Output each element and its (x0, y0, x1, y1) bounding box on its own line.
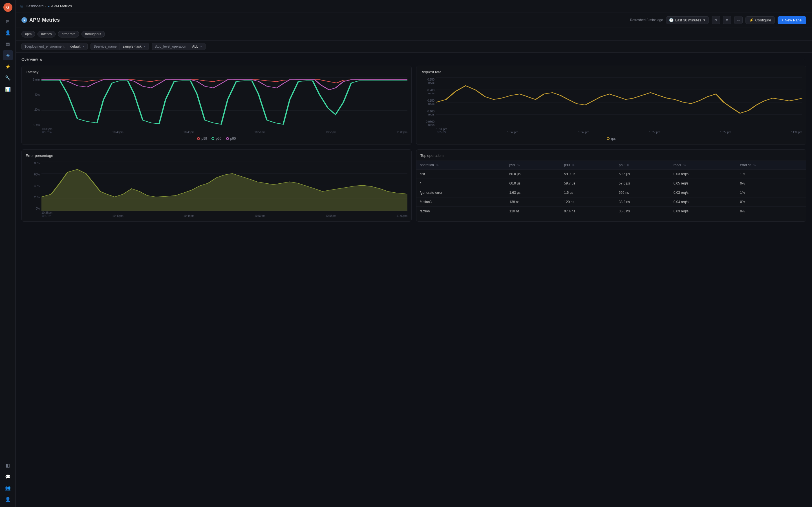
cell-p50: 556 ns (615, 188, 670, 198)
cell-p99: 1.63 μs (506, 188, 560, 198)
latency-x-axis: 10:35pm8/27/24 10:40pm 10:45pm 10:50pm 1… (42, 127, 407, 134)
sidebar-icon-account[interactable]: 👤 (3, 494, 13, 504)
page-header: ● APM Metrics Refreshed 3 mins ago 🕐 Las… (16, 12, 812, 28)
table-row[interactable]: /action 110 ns 97.4 ns 35.6 ns 0.03 req/… (416, 207, 806, 216)
error-chart-panel: Error percentage 80% 60% 40% 20% 0% (21, 149, 412, 222)
cell-operation: /list (416, 170, 506, 179)
sidebar-icon-list[interactable]: ▤ (3, 39, 13, 49)
configure-button[interactable]: ⚡ Configure (746, 16, 775, 24)
breadcrumb-parent[interactable]: Dashboard (26, 4, 44, 8)
cell-p90: 120 ns (561, 198, 615, 207)
cell-error: 1% (737, 188, 806, 198)
table-row[interactable]: / 60.0 μs 59.7 μs 57.6 μs 0.05 req/s 0% (416, 179, 806, 188)
cell-error: 1% (737, 170, 806, 179)
legend-p50: p50 (211, 136, 221, 140)
overview-header: Overview ∧ ··· (21, 57, 806, 62)
cell-operation: /action (416, 207, 506, 216)
page-title-icon: ● (21, 17, 27, 23)
cell-p99: 60.0 μs (506, 170, 560, 179)
cell-operation: /action3 (416, 198, 506, 207)
tags-row: apm latency error rate throughput (16, 28, 812, 41)
collapse-icon[interactable]: ∧ (40, 57, 42, 62)
tag-error-rate[interactable]: error rate (58, 31, 79, 38)
top-operations-panel: Top operations operation ⇅ p99 ⇅ p90 ⇅ p… (416, 149, 806, 222)
top-operations-title: Top operations (416, 150, 806, 161)
chevron-down-icon: ▼ (200, 45, 202, 48)
top-navigation: ⊞ Dashboard / ● APM Metrics (16, 0, 812, 12)
clock-icon: 🕐 (669, 18, 673, 22)
cell-p50: 35.6 ns (615, 207, 670, 216)
sidebar-icon-alerts[interactable]: ⚡ (3, 61, 13, 71)
request-rate-chart-area (436, 77, 802, 127)
latency-legend: p99 p50 p90 (26, 136, 407, 140)
overview-more-button[interactable]: ··· (803, 57, 806, 62)
nav-grid-icon: ⊞ (20, 4, 23, 8)
cell-p90: 59.9 μs (561, 170, 615, 179)
sidebar-icon-chat[interactable]: 💬 (3, 471, 13, 482)
sidebar-icon-settings-gear[interactable]: 🔧 (3, 73, 13, 83)
breadcrumb-separator: / (45, 4, 47, 8)
sidebar-icon-home[interactable]: ⊞ (3, 16, 13, 26)
sidebar-icon-layers[interactable]: ◧ (3, 460, 13, 470)
refresh-button[interactable]: ↻ (712, 16, 720, 24)
tag-latency[interactable]: latency (38, 31, 56, 38)
filter-service-value[interactable]: sample-flask ▼ (120, 43, 149, 50)
app-logo[interactable]: G (3, 3, 12, 12)
configure-icon: ⚡ (749, 18, 754, 22)
tag-throughput[interactable]: throughput (82, 31, 105, 38)
legend-p99: p99 (197, 136, 207, 140)
col-reqs[interactable]: req/s ⇅ (670, 161, 737, 170)
filter-operation[interactable]: $top_level_operation ALL ▼ (152, 43, 206, 50)
cell-operation: / (416, 179, 506, 188)
cell-error: 0% (737, 198, 806, 207)
request-rate-chart-container: 0.250 req/s 0.200 req/s 0.150 req/s 0.10… (420, 77, 802, 134)
more-options-button[interactable]: ··· (734, 16, 743, 24)
expand-button[interactable]: ▼ (723, 16, 731, 24)
request-rate-chart-panel: Request rate 0.250 req/s 0.200 req/s 0.1… (416, 66, 806, 145)
sidebar-icon-chart[interactable]: 📊 (3, 84, 13, 94)
latency-chart-area (42, 77, 407, 127)
filter-deployment[interactable]: $deployment_environment default ▼ (21, 43, 88, 50)
col-operation[interactable]: operation ⇅ (416, 161, 506, 170)
error-x-axis: 10:35pm8/27/24 10:40pm 10:45pm 10:50pm 1… (42, 211, 407, 217)
request-rate-y-axis: 0.250 req/s 0.200 req/s 0.150 req/s 0.10… (420, 77, 436, 127)
legend-p90: p90 (226, 136, 236, 140)
breadcrumb-current: ● APM Metrics (48, 4, 72, 8)
latency-chart-container: 1 min 40 s 20 s 0 ms (26, 77, 407, 134)
error-chart-title: Error percentage (26, 154, 407, 158)
refresh-status: Refreshed 3 mins ago (630, 18, 663, 22)
chevron-down-icon: ▼ (82, 45, 85, 48)
sidebar-icon-dashboard[interactable]: ◈ (3, 50, 13, 60)
error-y-axis: 80% 60% 40% 20% 0% (26, 161, 42, 211)
cell-p50: 57.6 μs (615, 179, 670, 188)
time-range-selector[interactable]: 🕐 Last 30 minutes ▼ (666, 16, 709, 24)
col-p99[interactable]: p99 ⇅ (506, 161, 560, 170)
breadcrumb: Dashboard / ● APM Metrics (26, 4, 72, 8)
sidebar-icon-users[interactable]: 👤 (3, 27, 13, 38)
request-rate-legend: rps (420, 136, 802, 140)
overview-title: Overview ∧ (21, 57, 42, 62)
col-error[interactable]: error % ⇅ (737, 161, 806, 170)
legend-p50-dot (211, 137, 214, 140)
cell-p90: 97.4 ns (561, 207, 615, 216)
bottom-grid: Error percentage 80% 60% 40% 20% 0% (21, 149, 806, 222)
table-row[interactable]: /list 60.0 μs 59.9 μs 59.5 μs 0.03 req/s… (416, 170, 806, 179)
cell-operation: /generate-error (416, 188, 506, 198)
filter-service-key: $service_name (91, 43, 119, 50)
filter-deployment-value[interactable]: default ▼ (67, 43, 87, 50)
filter-service[interactable]: $service_name sample-flask ▼ (91, 43, 149, 50)
sidebar-icon-team[interactable]: 👥 (3, 483, 13, 493)
tag-apm[interactable]: apm (21, 31, 35, 38)
table-row[interactable]: /action3 138 ns 120 ns 38.2 ns 0.04 req/… (416, 198, 806, 207)
error-chart-container: 80% 60% 40% 20% 0% (26, 161, 407, 217)
col-p90[interactable]: p90 ⇅ (561, 161, 615, 170)
legend-p99-dot (197, 137, 200, 140)
request-rate-svg (436, 77, 802, 127)
filter-operation-value[interactable]: ALL ▼ (189, 43, 205, 50)
col-p50[interactable]: p50 ⇅ (615, 161, 670, 170)
table-row[interactable]: /generate-error 1.63 μs 1.5 μs 556 ns 0.… (416, 188, 806, 198)
content-area: Overview ∧ ··· Latency 1 min 40 s 20 s 0… (16, 53, 812, 507)
new-panel-button[interactable]: + New Panel (777, 16, 806, 24)
latency-chart-title: Latency (26, 70, 407, 74)
cell-error: 0% (737, 179, 806, 188)
